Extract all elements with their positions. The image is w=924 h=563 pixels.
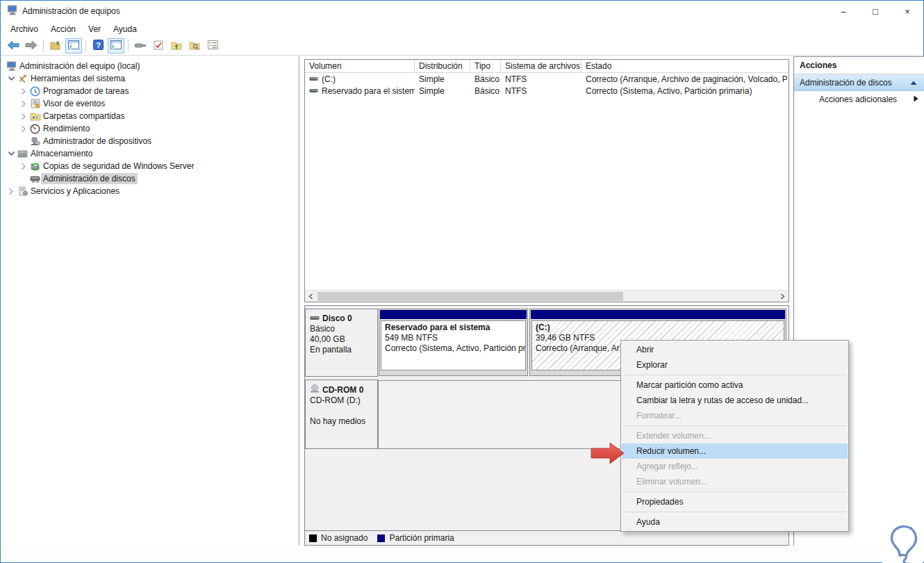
- actions-more-actions[interactable]: Acciones adicionales: [794, 91, 924, 108]
- forward-button[interactable]: [23, 38, 40, 54]
- window-title: Administración de equipos: [22, 6, 120, 16]
- chevron-collapsed-icon[interactable]: [6, 188, 17, 195]
- volume-row-c[interactable]: (C:) Simple Básico NTFS Correcto (Arranq…: [305, 73, 789, 85]
- system-tools-icon: [17, 74, 28, 83]
- back-button[interactable]: [5, 38, 22, 54]
- context-menu-item-ayuda[interactable]: Ayuda: [622, 514, 848, 530]
- cdrom-label-cell[interactable]: CD-ROM 0 CD-ROM (D:) No hay medios: [305, 380, 378, 449]
- tree-item-label[interactable]: Programador de tareas: [41, 85, 131, 97]
- volume-estado: Correcto (Sistema, Activo, Partición pri…: [581, 86, 787, 96]
- volume-fs: NTFS: [501, 74, 581, 84]
- chevron-collapsed-icon[interactable]: [18, 100, 29, 108]
- tree-item-label[interactable]: Administración del equipo (local): [17, 60, 142, 72]
- disk-management-icon: [29, 175, 41, 183]
- help-button[interactable]: ?: [90, 38, 106, 54]
- tree-item-device-manager[interactable]: Administrador de dispositivos: [1, 135, 299, 147]
- menu-ver[interactable]: Ver: [82, 23, 107, 35]
- close-button[interactable]: ×: [891, 1, 923, 22]
- chevron-collapsed-icon[interactable]: [18, 113, 29, 120]
- horizontal-scrollbar[interactable]: [305, 290, 789, 302]
- show-console-tree-button[interactable]: [65, 38, 82, 54]
- volume-tipo: Básico: [470, 86, 501, 96]
- tree-item-label[interactable]: Carpetas compartidas: [41, 111, 126, 122]
- search-folder-button[interactable]: [186, 38, 203, 54]
- up-folder-button[interactable]: [168, 38, 185, 54]
- menu-archivo[interactable]: Archivo: [4, 23, 44, 35]
- chevron-collapsed-icon[interactable]: [18, 88, 29, 95]
- volume-row-system-reserved[interactable]: Reservado para el sistema Simple Básico …: [305, 85, 789, 97]
- partition-size: 549 MB NTFS: [385, 333, 522, 343]
- scroll-right-icon[interactable]: [777, 291, 789, 302]
- help-icon: ?: [93, 40, 104, 52]
- tree-item-task-scheduler[interactable]: Programador de tareas: [1, 85, 299, 97]
- tree-item-label[interactable]: Rendimiento: [41, 123, 92, 134]
- actions-group-disk-management[interactable]: Administración de discos: [794, 74, 924, 91]
- volume-distribucion: Simple: [415, 74, 470, 84]
- tree-item-system-tools[interactable]: Herramientas del sistema: [1, 72, 299, 85]
- context-menu-item-reducir-volumen[interactable]: Reducir volumen...: [622, 443, 848, 459]
- column-header-tipo[interactable]: Tipo: [470, 60, 501, 72]
- scroll-left-icon[interactable]: [305, 291, 317, 302]
- context-menu-item-propiedades[interactable]: Propiedades: [622, 494, 848, 509]
- tree-item-performance[interactable]: Rendimiento: [1, 122, 299, 135]
- tree-item-label[interactable]: Almacenamiento: [28, 148, 94, 159]
- cdrom-name: CD-ROM 0: [322, 385, 363, 395]
- partition-title: (C:): [536, 323, 780, 333]
- menu-accion[interactable]: Acción: [44, 23, 82, 35]
- context-menu-separator: [623, 512, 846, 512]
- tree-item-computer-management-root[interactable]: Administración del equipo (local): [1, 60, 299, 72]
- computer-management-window: Administración de equipos – □ × Archivo …: [0, 0, 924, 563]
- volume-list-header: Volumen Distribución Tipo Sistema de arc…: [305, 60, 789, 73]
- legend-primary-label: Partición primaria: [389, 533, 454, 543]
- menu-ayuda[interactable]: Ayuda: [107, 23, 143, 35]
- app-icon: [7, 5, 18, 17]
- show-action-pane-button[interactable]: [108, 38, 124, 54]
- services-icon: [17, 186, 28, 196]
- chevron-expanded-icon[interactable]: [6, 151, 17, 156]
- tree-item-shared-folders[interactable]: Carpetas compartidas: [1, 110, 299, 122]
- context-menu-item-cambiar-letra[interactable]: Cambiar la letra y rutas de acceso de un…: [622, 393, 848, 408]
- tree-item-label-selected[interactable]: Administración de discos: [41, 173, 138, 184]
- up-level-button[interactable]: [47, 38, 64, 54]
- performance-icon: [29, 124, 41, 134]
- tree-item-event-viewer[interactable]: Visor de eventos: [1, 97, 299, 110]
- server-backup-icon: [29, 161, 41, 171]
- properties-list-button[interactable]: [204, 38, 221, 54]
- chevron-collapsed-icon[interactable]: [18, 163, 29, 170]
- chevron-expanded-icon[interactable]: [6, 76, 17, 81]
- tree-item-label[interactable]: Administrador de dispositivos: [41, 136, 154, 147]
- tree-item-windows-server-backup[interactable]: Copias de seguridad de Windows Server: [1, 160, 299, 172]
- tree-item-label[interactable]: Copias de seguridad de Windows Server: [41, 161, 196, 172]
- chevron-collapsed-icon[interactable]: [18, 125, 29, 133]
- partition-color-bar: [531, 310, 785, 319]
- legend-bar: No asignado Partición primaria: [305, 530, 789, 545]
- collapse-caret-icon[interactable]: [910, 78, 917, 88]
- device-manager-icon: [29, 136, 41, 146]
- context-menu-item-marcar-particion[interactable]: Marcar partición como activa: [622, 377, 848, 393]
- tree-item-label[interactable]: Servicios y Aplicaciones: [28, 186, 122, 197]
- column-header-distribucion[interactable]: Distribución: [415, 60, 470, 72]
- legend-primary-swatch: [377, 535, 385, 542]
- partition-system-reserved[interactable]: Reservado para el sistema 549 MB NTFS Co…: [379, 309, 528, 376]
- tree-item-services-applications[interactable]: Servicios y Aplicaciones: [1, 185, 299, 197]
- tree-item-label[interactable]: Visor de eventos: [41, 98, 107, 109]
- disk0-label-cell[interactable]: Disco 0 Básico 40,00 GB En pantalla: [305, 309, 378, 377]
- partition-context-menu: Abrir Explorar Marcar partición como act…: [620, 340, 849, 532]
- partition-status: Correcto (Sistema, Activo, Partición pri: [385, 343, 522, 354]
- tree-item-disk-management[interactable]: Administración de discos: [1, 172, 299, 185]
- context-menu-separator: [623, 375, 846, 375]
- tree-item-storage[interactable]: Almacenamiento: [1, 147, 299, 160]
- toolbar: ?: [1, 37, 923, 56]
- context-menu-item-explorar[interactable]: Explorar: [622, 357, 848, 373]
- maximize-button[interactable]: □: [859, 1, 891, 22]
- minimize-button[interactable]: –: [827, 1, 859, 22]
- column-header-sistema-archivos[interactable]: Sistema de archivos: [501, 60, 581, 72]
- partition-color-bar: [380, 310, 527, 319]
- scrollbar-thumb[interactable]: [317, 292, 623, 301]
- column-header-volumen[interactable]: Volumen: [305, 60, 415, 72]
- context-menu-item-abrir[interactable]: Abrir: [622, 342, 848, 357]
- rescan-button[interactable]: [150, 38, 167, 54]
- column-header-estado[interactable]: Estado: [581, 60, 787, 72]
- tree-item-label[interactable]: Herramientas del sistema: [28, 73, 127, 84]
- refresh-device-button[interactable]: [132, 38, 149, 54]
